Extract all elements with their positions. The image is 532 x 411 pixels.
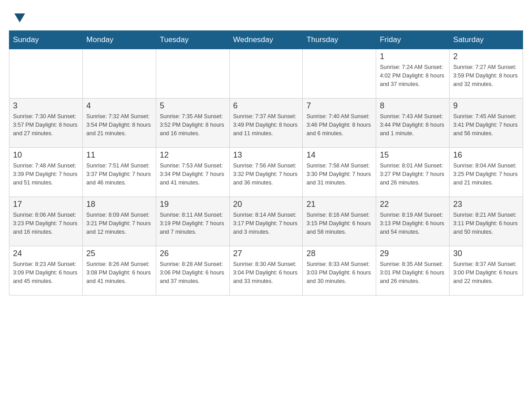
day-info: Sunrise: 8:35 AM Sunset: 3:01 PM Dayligh…: [380, 260, 446, 285]
calendar-cell: [156, 49, 229, 98]
day-info: Sunrise: 7:48 AM Sunset: 3:39 PM Dayligh…: [13, 162, 79, 187]
calendar-cell: 17Sunrise: 8:06 AM Sunset: 3:23 PM Dayli…: [9, 197, 83, 246]
day-number: 23: [453, 200, 519, 209]
day-number: 11: [86, 150, 152, 160]
day-info: Sunrise: 8:19 AM Sunset: 3:13 PM Dayligh…: [380, 211, 446, 236]
day-info: Sunrise: 8:04 AM Sunset: 3:25 PM Dayligh…: [453, 162, 519, 187]
calendar-cell: 8Sunrise: 7:43 AM Sunset: 3:44 PM Daylig…: [376, 98, 450, 148]
calendar-cell: 10Sunrise: 7:48 AM Sunset: 3:39 PM Dayli…: [9, 148, 83, 197]
calendar-cell: 18Sunrise: 8:09 AM Sunset: 3:21 PM Dayli…: [82, 197, 156, 246]
calendar-cell: 25Sunrise: 8:26 AM Sunset: 3:08 PM Dayli…: [82, 246, 156, 295]
day-number: 14: [306, 150, 372, 160]
day-info: Sunrise: 7:45 AM Sunset: 3:41 PM Dayligh…: [453, 112, 519, 137]
logo: [13, 13, 26, 22]
calendar-cell: 2Sunrise: 7:27 AM Sunset: 3:59 PM Daylig…: [450, 49, 523, 98]
day-info: Sunrise: 8:30 AM Sunset: 3:04 PM Dayligh…: [233, 260, 299, 285]
day-number: 6: [233, 101, 299, 111]
day-info: Sunrise: 7:24 AM Sunset: 4:02 PM Dayligh…: [380, 63, 446, 88]
calendar-week-row: 1Sunrise: 7:24 AM Sunset: 4:02 PM Daylig…: [9, 49, 523, 98]
calendar-cell: 14Sunrise: 7:58 AM Sunset: 3:30 PM Dayli…: [303, 148, 376, 197]
calendar-week-row: 17Sunrise: 8:06 AM Sunset: 3:23 PM Dayli…: [9, 197, 523, 246]
calendar-header-tuesday: Tuesday: [156, 31, 229, 49]
page-header: [9, 9, 523, 21]
calendar-cell: 16Sunrise: 8:04 AM Sunset: 3:25 PM Dayli…: [450, 148, 523, 197]
calendar-cell: 7Sunrise: 7:40 AM Sunset: 3:46 PM Daylig…: [303, 98, 376, 148]
calendar-cell: 21Sunrise: 8:16 AM Sunset: 3:15 PM Dayli…: [303, 197, 376, 246]
day-number: 13: [233, 150, 299, 160]
calendar-cell: [303, 49, 376, 98]
day-number: 18: [86, 200, 152, 209]
calendar-cell: 23Sunrise: 8:21 AM Sunset: 3:11 PM Dayli…: [450, 197, 523, 246]
day-number: 28: [306, 249, 372, 258]
day-info: Sunrise: 8:23 AM Sunset: 3:09 PM Dayligh…: [13, 260, 79, 285]
day-info: Sunrise: 8:37 AM Sunset: 3:00 PM Dayligh…: [453, 260, 519, 285]
day-number: 17: [13, 200, 79, 209]
day-number: 12: [160, 150, 226, 160]
calendar-header-row: SundayMondayTuesdayWednesdayThursdayFrid…: [9, 31, 523, 49]
calendar-cell: 3Sunrise: 7:30 AM Sunset: 3:57 PM Daylig…: [9, 98, 83, 148]
day-number: 15: [380, 150, 446, 160]
day-info: Sunrise: 7:32 AM Sunset: 3:54 PM Dayligh…: [86, 112, 152, 137]
day-info: Sunrise: 8:16 AM Sunset: 3:15 PM Dayligh…: [306, 211, 372, 236]
calendar-cell: [82, 49, 156, 98]
day-info: Sunrise: 7:30 AM Sunset: 3:57 PM Dayligh…: [13, 112, 79, 137]
day-info: Sunrise: 8:06 AM Sunset: 3:23 PM Dayligh…: [13, 211, 79, 236]
calendar-cell: [229, 49, 303, 98]
day-info: Sunrise: 7:35 AM Sunset: 3:52 PM Dayligh…: [160, 112, 226, 137]
day-number: 4: [86, 101, 152, 111]
day-info: Sunrise: 7:43 AM Sunset: 3:44 PM Dayligh…: [380, 112, 446, 137]
calendar-cell: 22Sunrise: 8:19 AM Sunset: 3:13 PM Dayli…: [376, 197, 450, 246]
calendar-cell: 1Sunrise: 7:24 AM Sunset: 4:02 PM Daylig…: [376, 49, 450, 98]
calendar-cell: 29Sunrise: 8:35 AM Sunset: 3:01 PM Dayli…: [376, 246, 450, 295]
day-number: 8: [380, 101, 446, 111]
calendar-header-sunday: Sunday: [9, 31, 83, 49]
calendar-week-row: 24Sunrise: 8:23 AM Sunset: 3:09 PM Dayli…: [9, 246, 523, 295]
calendar-cell: 6Sunrise: 7:37 AM Sunset: 3:49 PM Daylig…: [229, 98, 303, 148]
day-info: Sunrise: 8:09 AM Sunset: 3:21 PM Dayligh…: [86, 211, 152, 236]
day-info: Sunrise: 8:26 AM Sunset: 3:08 PM Dayligh…: [86, 260, 152, 285]
day-number: 26: [160, 249, 226, 258]
calendar-cell: 24Sunrise: 8:23 AM Sunset: 3:09 PM Dayli…: [9, 246, 83, 295]
day-info: Sunrise: 7:56 AM Sunset: 3:32 PM Dayligh…: [233, 162, 299, 187]
calendar-header-monday: Monday: [82, 31, 156, 49]
day-number: 5: [160, 101, 226, 111]
day-info: Sunrise: 8:01 AM Sunset: 3:27 PM Dayligh…: [380, 162, 446, 187]
calendar-cell: 19Sunrise: 8:11 AM Sunset: 3:19 PM Dayli…: [156, 197, 229, 246]
calendar-cell: 5Sunrise: 7:35 AM Sunset: 3:52 PM Daylig…: [156, 98, 229, 148]
day-info: Sunrise: 7:53 AM Sunset: 3:34 PM Dayligh…: [160, 162, 226, 187]
day-number: 27: [233, 249, 299, 258]
day-number: 19: [160, 200, 226, 209]
calendar-cell: 13Sunrise: 7:56 AM Sunset: 3:32 PM Dayli…: [229, 148, 303, 197]
day-info: Sunrise: 8:14 AM Sunset: 3:17 PM Dayligh…: [233, 211, 299, 236]
calendar-cell: 27Sunrise: 8:30 AM Sunset: 3:04 PM Dayli…: [229, 246, 303, 295]
calendar-cell: 11Sunrise: 7:51 AM Sunset: 3:37 PM Dayli…: [82, 148, 156, 197]
calendar-header-saturday: Saturday: [450, 31, 523, 49]
calendar-cell: 30Sunrise: 8:37 AM Sunset: 3:00 PM Dayli…: [450, 246, 523, 295]
day-info: Sunrise: 7:27 AM Sunset: 3:59 PM Dayligh…: [453, 63, 519, 88]
calendar-cell: 9Sunrise: 7:45 AM Sunset: 3:41 PM Daylig…: [450, 98, 523, 148]
day-number: 20: [233, 200, 299, 209]
day-number: 30: [453, 249, 519, 258]
calendar-table: SundayMondayTuesdayWednesdayThursdayFrid…: [9, 30, 523, 295]
day-number: 29: [380, 249, 446, 258]
calendar-week-row: 10Sunrise: 7:48 AM Sunset: 3:39 PM Dayli…: [9, 148, 523, 197]
day-info: Sunrise: 8:11 AM Sunset: 3:19 PM Dayligh…: [160, 211, 226, 236]
day-number: 2: [453, 52, 519, 61]
calendar-cell: 20Sunrise: 8:14 AM Sunset: 3:17 PM Dayli…: [229, 197, 303, 246]
logo-triangle-icon: [14, 13, 25, 22]
calendar-header-thursday: Thursday: [303, 31, 376, 49]
day-number: 9: [453, 101, 519, 111]
calendar-header-wednesday: Wednesday: [229, 31, 303, 49]
calendar-cell: 26Sunrise: 8:28 AM Sunset: 3:06 PM Dayli…: [156, 246, 229, 295]
calendar-cell: 15Sunrise: 8:01 AM Sunset: 3:27 PM Dayli…: [376, 148, 450, 197]
day-info: Sunrise: 8:33 AM Sunset: 3:03 PM Dayligh…: [306, 260, 372, 285]
day-info: Sunrise: 7:40 AM Sunset: 3:46 PM Dayligh…: [306, 112, 372, 137]
day-info: Sunrise: 7:37 AM Sunset: 3:49 PM Dayligh…: [233, 112, 299, 137]
calendar-cell: [9, 49, 83, 98]
day-number: 22: [380, 200, 446, 209]
calendar-week-row: 3Sunrise: 7:30 AM Sunset: 3:57 PM Daylig…: [9, 98, 523, 148]
day-number: 21: [306, 200, 372, 209]
day-number: 16: [453, 150, 519, 160]
day-info: Sunrise: 8:21 AM Sunset: 3:11 PM Dayligh…: [453, 211, 519, 236]
calendar-cell: 12Sunrise: 7:53 AM Sunset: 3:34 PM Dayli…: [156, 148, 229, 197]
